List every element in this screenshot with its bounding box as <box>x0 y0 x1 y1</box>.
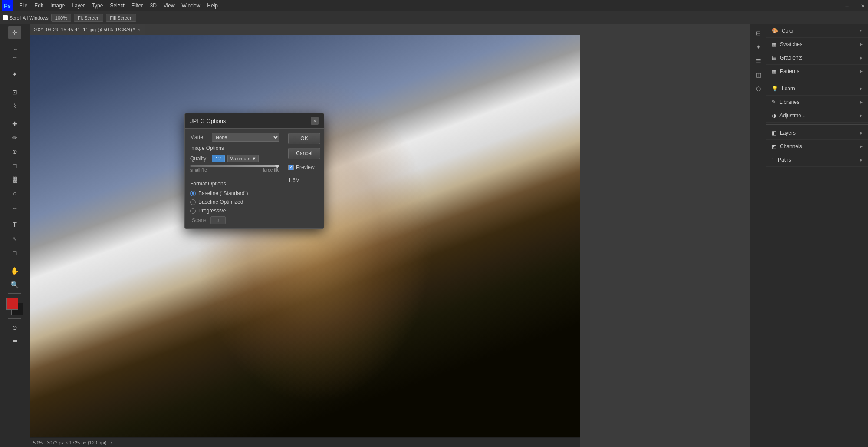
menu-filter[interactable]: Filter <box>128 2 147 10</box>
dialog-title: JPEG Options <box>190 118 226 124</box>
baseline-standard-row: Baseline ("Standard") <box>190 190 279 196</box>
panel-layers-header[interactable]: ◧ Layers ▶ <box>766 126 868 139</box>
scans-label: Scans: <box>192 217 208 223</box>
panels-icon[interactable]: ◫ <box>753 69 765 81</box>
extra-icon[interactable]: ⬡ <box>753 83 765 95</box>
scroll-all-windows-check[interactable]: Scroll All Windows <box>3 15 49 20</box>
libraries-panel-label: Libraries <box>779 99 799 105</box>
tab-close-button[interactable]: × <box>138 27 140 32</box>
tool-magic-wand[interactable]: ✦ <box>8 68 21 81</box>
app-logo: Ps <box>2 0 13 11</box>
scans-input[interactable] <box>210 216 226 224</box>
panel-gradients-header[interactable]: ▤ Gradients ▶ <box>766 51 868 64</box>
panel-channels-header[interactable]: ◩ Channels ▶ <box>766 140 868 153</box>
panel-patterns-header[interactable]: ▦ Patterns ▶ <box>766 65 868 78</box>
tool-shape[interactable]: □ <box>8 246 21 259</box>
menu-help[interactable]: Help <box>204 2 221 10</box>
tool-text[interactable]: T <box>8 219 21 232</box>
maximize-button[interactable]: □ <box>852 2 858 9</box>
tool-eyedropper[interactable]: ⌇ <box>8 99 21 113</box>
matte-select[interactable]: None <box>212 133 279 142</box>
tool-dodge[interactable]: ○ <box>8 187 21 200</box>
document-tab[interactable]: 2021-03-29_15-45-41 -11.jpg @ 50% (RGB/8… <box>30 24 145 35</box>
options-bar: Scroll All Windows 100% Fit Screen Fill … <box>0 11 868 24</box>
status-bar: 50% 3072 px × 1725 px (120 ppi) › <box>30 437 580 447</box>
minimize-button[interactable]: ─ <box>844 2 851 9</box>
tool-eraser[interactable]: ◻ <box>8 159 21 172</box>
panel-adjustments-header[interactable]: ◑ Adjustme... ▶ <box>766 109 868 122</box>
paths-chevron-icon: ▶ <box>860 158 863 162</box>
patterns-chevron-icon: ▶ <box>860 69 863 73</box>
baseline-standard-radio[interactable] <box>190 191 196 196</box>
quality-slider-track <box>190 165 279 167</box>
panel-swatches-section: ▦ Swatches ▶ <box>766 38 868 51</box>
tool-brush[interactable]: ✏ <box>8 131 21 144</box>
preview-checkbox[interactable] <box>288 165 294 170</box>
progressive-radio[interactable] <box>190 208 196 214</box>
menu-type[interactable]: Type <box>88 2 106 10</box>
panel-learn-header[interactable]: 💡 Learn ▶ <box>766 82 868 95</box>
close-button[interactable]: ✕ <box>859 2 866 9</box>
tool-pen[interactable]: ⌒ <box>8 205 21 218</box>
menu-image[interactable]: Image <box>47 2 68 10</box>
canvas-background <box>30 35 580 447</box>
tool-crop[interactable]: ⊡ <box>8 86 21 99</box>
progressive-row: Progressive <box>190 208 279 214</box>
panel-paths-header[interactable]: ⌇ Paths ▶ <box>766 153 868 166</box>
dialog-body: Matte: None Image Options Quality: Maxim… <box>185 129 324 228</box>
properties-icon[interactable]: ⊟ <box>753 27 765 39</box>
quality-label: Quality: <box>190 156 209 162</box>
panel-channels-section: ◩ Channels ▶ <box>766 140 868 153</box>
panel-color-header[interactable]: 🎨 Color ▼ <box>766 24 868 37</box>
ok-button[interactable]: OK <box>288 133 320 144</box>
menubar: Ps File Edit Image Layer Type Select Fil… <box>0 0 868 11</box>
menu-icon[interactable]: ☰ <box>753 55 765 67</box>
paths-panel-icon: ⌇ <box>772 157 774 163</box>
quality-preset-dropdown[interactable]: Maximum ▼ <box>227 155 259 162</box>
menu-3d[interactable]: 3D <box>146 2 160 10</box>
tool-gradient[interactable]: ▓ <box>8 173 21 186</box>
fit-screen-button[interactable]: Fit Screen <box>74 14 103 22</box>
progressive-label: Progressive <box>198 208 226 214</box>
fill-screen-button[interactable]: Fill Screen <box>106 14 136 22</box>
menu-window[interactable]: Window <box>178 2 204 10</box>
tool-heal[interactable]: ✚ <box>8 117 21 130</box>
quality-input[interactable] <box>212 155 225 162</box>
dialog-close-button[interactable]: × <box>311 117 319 125</box>
matte-row: Matte: None <box>190 133 279 142</box>
quality-slider-container[interactable]: small file large file <box>190 165 279 172</box>
tool-move[interactable]: ✛ <box>8 26 21 39</box>
swatches-chevron-icon: ▶ <box>860 42 863 46</box>
menu-view[interactable]: View <box>160 2 178 10</box>
color-swatches[interactable] <box>6 298 23 315</box>
tool-clone[interactable]: ⊕ <box>8 145 21 158</box>
baseline-optimized-radio[interactable] <box>190 199 196 205</box>
paths-panel-label: Paths <box>778 157 791 163</box>
menu-select[interactable]: Select <box>106 2 128 10</box>
adjust-icon[interactable]: ✦ <box>753 41 765 53</box>
tool-hand[interactable]: ✋ <box>8 264 21 277</box>
menu-file[interactable]: File <box>16 2 31 10</box>
status-arrow[interactable]: › <box>111 440 112 445</box>
canvas-area <box>30 35 580 447</box>
color-panel-label: Color <box>782 28 794 34</box>
tool-path-selection[interactable]: ↖ <box>8 232 21 245</box>
panel-paths-section: ⌇ Paths ▶ <box>766 153 868 167</box>
cancel-button[interactable]: Cancel <box>288 148 320 159</box>
zoom-level-button[interactable]: 100% <box>51 14 71 22</box>
tool-quick-mask[interactable]: ⊙ <box>8 321 21 334</box>
menu-layer[interactable]: Layer <box>68 2 88 10</box>
menu-edit[interactable]: Edit <box>31 2 47 10</box>
panel-libraries-header[interactable]: ✎ Libraries ▶ <box>766 96 868 109</box>
left-toolbar: ✛ ⬚ ⌒ ✦ ⊡ ⌇ ✚ ✏ ⊕ ◻ ▓ ○ ⌒ T ↖ □ ✋ 🔍 ⊙ ⬒ <box>0 24 30 447</box>
panel-swatches-header[interactable]: ▦ Swatches ▶ <box>766 38 868 51</box>
tool-screen-mode[interactable]: ⬒ <box>8 335 21 348</box>
tab-filename: 2021-03-29_15-45-41 -11.jpg @ 50% (RGB/8… <box>34 27 135 32</box>
tool-zoom[interactable]: 🔍 <box>8 278 21 291</box>
tool-rectangular-marquee[interactable]: ⬚ <box>8 40 21 53</box>
panel-separator-2 <box>766 124 868 125</box>
tool-lasso[interactable]: ⌒ <box>8 54 21 67</box>
layers-chevron-icon: ▶ <box>860 131 863 135</box>
quality-row: Quality: Maximum ▼ <box>190 155 279 162</box>
foreground-color-swatch[interactable] <box>6 298 18 310</box>
